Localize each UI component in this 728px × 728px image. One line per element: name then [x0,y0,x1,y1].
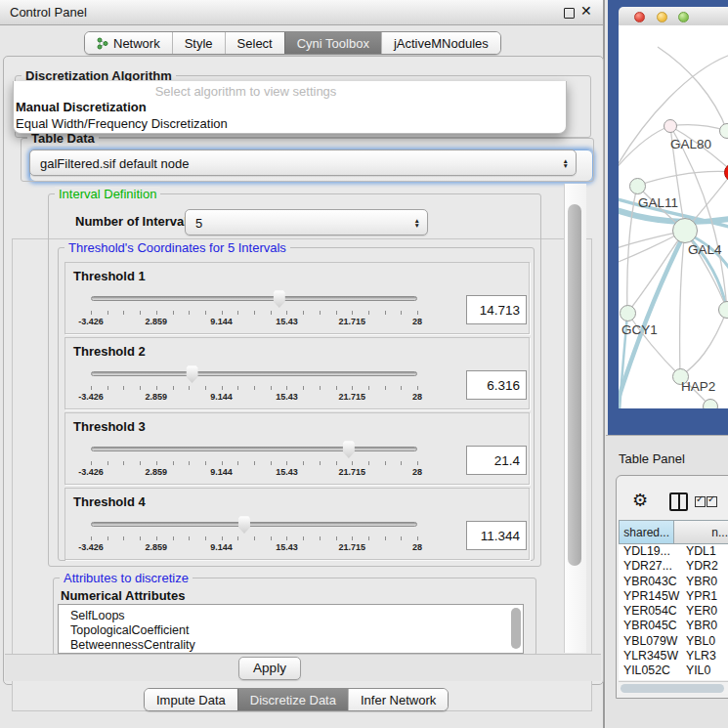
network-node[interactable] [672,218,698,243]
network-node-label: GAL4 [688,242,722,257]
close-icon[interactable]: ✕ [580,3,592,19]
algorithm-option[interactable]: Equal Width/Frequency Discretization [14,115,566,132]
attribute-list-item[interactable]: SelfLoops [59,609,523,623]
slider-track [91,522,417,527]
slider-thumb[interactable] [341,441,356,458]
table-data-group: Table Data galFiltered.sif default node … [21,138,594,182]
tab-label: jActiveMNodules [394,36,489,51]
interval-definition-group-title: Interval Definition [55,187,160,201]
threshold-panels: Threshold 1-3.4262.8599.14415.4321.71528… [64,262,528,563]
settings-scrollbar-thumb[interactable] [568,204,581,566]
threshold-slider[interactable]: -3.4262.8599.14415.4321.71528 [85,441,423,480]
slider-tick-label: -3.426 [78,317,104,326]
column-layout-icon[interactable] [669,492,688,511]
network-node-label: GCY1 [621,322,658,337]
attribute-list-item[interactable]: TopologicalCoefficient [59,623,523,638]
tab-discretize-data[interactable]: Discretize Data [237,689,348,710]
tab-label: Select [237,36,273,51]
slider-thumb[interactable] [272,290,286,308]
threshold-panel: Threshold 4-3.4262.8599.14415.4321.71528 [64,488,530,560]
network-node[interactable] [664,119,677,133]
slider-tick-label: -3.426 [78,542,104,552]
numerical-attributes-list[interactable]: SelfLoopsTopologicalCoefficientBetweenne… [58,604,524,654]
table-row[interactable]: YBR045CYBR0 [619,619,728,633]
slider-tick-label: 15.43 [276,467,298,477]
slider-thumb[interactable] [185,365,199,383]
table-row[interactable]: YDR27...YDR2 [619,559,728,574]
slider-tick-label: 21.715 [338,467,365,477]
table-cell: YDL19... [619,544,683,559]
table-header-cell[interactable]: shared... [619,520,674,544]
threshold-value-input[interactable] [466,446,527,475]
network-node[interactable] [703,399,718,408]
slider-tick-label: 2.859 [146,542,168,552]
table-panel: ⚙ ✓ ✓ shared... n... YDL19...YDL1YDR27..… [616,475,728,699]
slider-tick-label: 15.43 [276,542,298,552]
table-horizontal-scrollbar[interactable] [619,681,728,694]
tab-network[interactable]: Network [85,32,172,54]
network-node[interactable] [719,123,728,139]
threshold-value-input[interactable] [466,521,527,550]
minimize-traffic-light-icon[interactable] [657,12,667,22]
float-window-icon[interactable] [564,8,575,19]
table-header: shared... n... [619,520,728,544]
application-root: Control Panel ✕ NetworkStyleSelectCyni T… [0,0,728,728]
threshold-slider[interactable]: -3.4262.8599.14415.4321.71528 [85,290,423,329]
tab-jactivemnodules[interactable]: jActiveMNodules [381,32,500,54]
network-node-label: HAP2 [681,379,715,394]
table-cell: YBL079W [619,634,683,649]
tab-label: Cyni Toolbox [297,36,369,51]
table-header-cell[interactable]: n... [674,520,728,544]
table-row[interactable]: YPR145WYPR1 [619,589,728,604]
settings-vertical-scrollbar[interactable] [564,184,586,653]
slider-tick-label: 21.715 [338,392,365,402]
tab-select[interactable]: Select [225,32,284,54]
table-row[interactable]: YDL19...YDL1 [619,544,728,559]
slider-tick-label: 2.859 [146,392,168,402]
tab-style[interactable]: Style [172,32,225,54]
network-node[interactable] [629,178,646,194]
table-cell: YBR043C [619,575,683,589]
algorithm-placeholder: Select algorithm to view settings [14,84,478,99]
table-row[interactable]: YBL079WYBL0 [619,634,728,649]
apply-button[interactable]: Apply [238,657,301,680]
close-traffic-light-icon[interactable] [634,12,645,22]
tab-cyni-toolbox[interactable]: Cyni Toolbox [284,32,381,54]
table-cell: YBR0 [683,575,728,589]
threshold-panel: Threshold 3-3.4262.8599.14415.4321.71528 [64,412,530,485]
table-data-combobox[interactable]: galFiltered.sif default node ▲▼ [29,150,577,176]
tab-impute-data[interactable]: Impute Data [145,689,237,710]
slider-thumb[interactable] [236,516,251,534]
attributes-list-scrollbar[interactable] [511,608,521,649]
checkbox-icon[interactable]: ✓ [707,496,717,507]
zoom-traffic-light-icon[interactable] [678,12,689,22]
combobox-stepper-icon: ▲▼ [563,157,569,168]
attribute-list-item[interactable]: BetweennessCentrality [59,638,523,653]
network-node[interactable] [620,305,636,321]
threshold-slider[interactable]: -3.4262.8599.14415.4321.71528 [85,516,423,555]
table-cell: YIL0 [683,664,728,678]
number-of-intervals-combobox[interactable]: 5 ▲▼ [185,209,428,236]
table-row[interactable]: YLR345WYLR3 [619,649,728,664]
attributes-group-title: Attributes to discretize [60,571,193,585]
slider-track [91,371,417,376]
checkbox-icon[interactable]: ✓ [695,496,706,507]
algorithm-option[interactable]: Manual Discretization [14,99,566,115]
table-row[interactable]: YIL052CYIL0 [619,664,728,678]
table-row[interactable]: YBR043CYBR0 [619,575,728,589]
slider-tick-label: -3.426 [78,392,104,402]
threshold-value-input[interactable] [466,295,527,324]
slider-tick-label: 28 [412,317,422,326]
slider-tick-label: 9.144 [210,542,233,552]
tab-infer-network[interactable]: Infer Network [348,689,448,710]
threshold-value-input[interactable] [466,370,527,400]
control-panel-title: Control Panel [10,5,87,20]
network-canvas[interactable]: GAL80GACGAL11GAL4HGCY1HAP2 [619,25,728,408]
table-row[interactable]: YER054CYER0 [619,604,728,619]
table-hscrollbar-thumb[interactable] [621,684,724,693]
threshold-slider[interactable]: -3.4262.8599.14415.4321.71528 [85,365,423,405]
slider-tick-label: 9.144 [210,467,233,477]
slider-tick-label: 21.715 [338,542,365,552]
table-cell: YPR145W [619,589,683,604]
gear-icon[interactable]: ⚙ [632,492,648,509]
